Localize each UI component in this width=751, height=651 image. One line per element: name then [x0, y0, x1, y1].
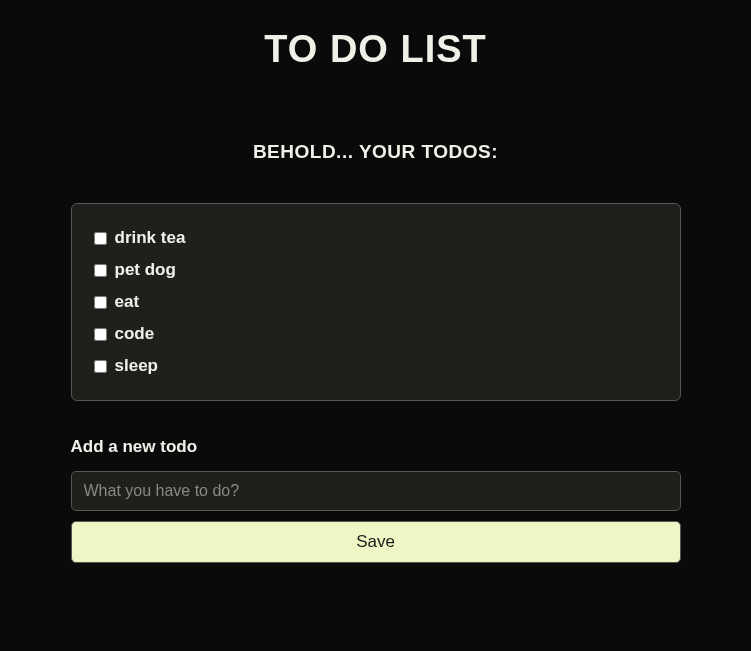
save-button[interactable]: Save: [71, 521, 681, 563]
todo-checkbox[interactable]: [94, 328, 107, 341]
todo-label: code: [115, 324, 155, 344]
todo-list: drink teapet dogeatcodesleep: [71, 203, 681, 401]
todo-checkbox[interactable]: [94, 264, 107, 277]
todo-label: sleep: [115, 356, 158, 376]
page-title: TO DO LIST: [71, 28, 681, 71]
todo-item[interactable]: code: [94, 324, 658, 344]
add-todo-input[interactable]: [71, 471, 681, 511]
todo-item[interactable]: drink tea: [94, 228, 658, 248]
add-todo-label: Add a new todo: [71, 437, 681, 457]
todo-item[interactable]: sleep: [94, 356, 658, 376]
todo-label: drink tea: [115, 228, 186, 248]
todo-checkbox[interactable]: [94, 360, 107, 373]
todos-subtitle: BEHOLD... YOUR TODOS:: [71, 141, 681, 163]
todo-label: eat: [115, 292, 140, 312]
todo-item[interactable]: eat: [94, 292, 658, 312]
todo-label: pet dog: [115, 260, 176, 280]
todo-checkbox[interactable]: [94, 232, 107, 245]
todo-checkbox[interactable]: [94, 296, 107, 309]
todo-item[interactable]: pet dog: [94, 260, 658, 280]
